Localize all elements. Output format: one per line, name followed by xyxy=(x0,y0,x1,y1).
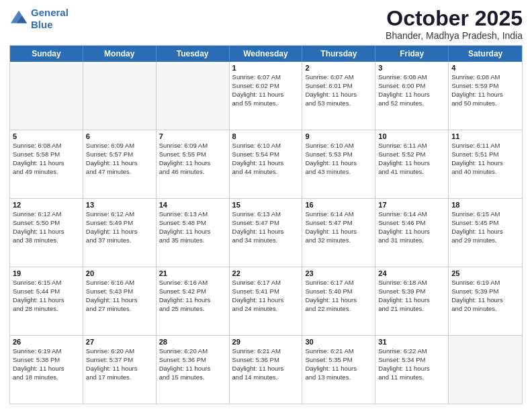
weekday-header: Wednesday xyxy=(230,46,303,62)
cell-line: Daylight: 11 hours xyxy=(232,159,300,168)
cell-line: and 17 minutes. xyxy=(86,373,153,382)
logo-line1: General xyxy=(31,7,69,18)
cell-line: Sunrise: 6:17 AM xyxy=(305,279,372,287)
cell-line: Sunset: 5:53 PM xyxy=(305,150,372,159)
day-number: 8 xyxy=(232,132,300,140)
cell-line: and 46 minutes. xyxy=(159,168,226,177)
cell-line: and 55 minutes. xyxy=(232,99,300,108)
day-number: 25 xyxy=(451,269,519,277)
cell-line: and 53 minutes. xyxy=(305,99,372,108)
cell-line: Sunrise: 6:19 AM xyxy=(13,347,80,356)
cell-line: and 24 minutes. xyxy=(232,305,300,314)
cell-line: Sunrise: 6:08 AM xyxy=(13,142,80,150)
cell-line: Daylight: 11 hours xyxy=(232,91,300,99)
calendar-cell: 29Sunrise: 6:21 AMSunset: 5:36 PMDayligh… xyxy=(230,336,303,404)
header: General Blue October 2025 Bhander, Madhy… xyxy=(9,7,523,41)
cell-line: Daylight: 11 hours xyxy=(13,296,80,305)
cell-line: Sunrise: 6:19 AM xyxy=(451,279,519,287)
day-number: 12 xyxy=(13,201,80,209)
cell-line: Sunset: 5:39 PM xyxy=(378,287,445,296)
calendar-cell: 8Sunrise: 6:10 AMSunset: 5:54 PMDaylight… xyxy=(230,130,303,198)
cell-line: Sunrise: 6:14 AM xyxy=(378,210,445,219)
cell-line: Daylight: 11 hours xyxy=(378,365,445,373)
day-number: 9 xyxy=(305,132,372,140)
day-number: 15 xyxy=(232,201,300,209)
calendar-cell: 13Sunrise: 6:12 AMSunset: 5:49 PMDayligh… xyxy=(83,199,157,267)
cell-line: Daylight: 11 hours xyxy=(86,296,153,305)
calendar-cell: 28Sunrise: 6:20 AMSunset: 5:36 PMDayligh… xyxy=(157,336,230,404)
cell-line: and 49 minutes. xyxy=(13,168,80,177)
cell-line: and 31 minutes. xyxy=(378,236,445,245)
cell-line: Daylight: 11 hours xyxy=(451,91,519,99)
cell-line: and 14 minutes. xyxy=(232,373,300,382)
calendar-cell: 4Sunrise: 6:08 AMSunset: 5:59 PMDaylight… xyxy=(449,62,522,130)
cell-line: and 22 minutes. xyxy=(305,305,372,314)
cell-line: Sunrise: 6:11 AM xyxy=(378,142,445,150)
cell-line: Sunset: 5:59 PM xyxy=(451,82,519,91)
calendar-cell xyxy=(449,336,522,404)
day-number: 16 xyxy=(305,201,372,209)
cell-line: Sunset: 5:36 PM xyxy=(232,356,300,365)
calendar-cell: 18Sunrise: 6:15 AMSunset: 5:45 PMDayligh… xyxy=(449,199,522,267)
cell-line: Daylight: 11 hours xyxy=(378,228,445,236)
cell-line: and 37 minutes. xyxy=(86,236,153,245)
cell-line: Sunrise: 6:16 AM xyxy=(159,279,226,287)
cell-line: Daylight: 11 hours xyxy=(159,365,226,373)
cell-line: and 41 minutes. xyxy=(378,168,445,177)
logo-text: General Blue xyxy=(31,7,69,31)
cell-line: Daylight: 11 hours xyxy=(305,296,372,305)
cell-line: Sunrise: 6:21 AM xyxy=(305,347,372,356)
day-number: 27 xyxy=(86,338,153,346)
cell-line: Daylight: 11 hours xyxy=(451,296,519,305)
cell-line: Sunrise: 6:14 AM xyxy=(305,210,372,219)
cell-line: Sunset: 5:44 PM xyxy=(13,287,80,296)
calendar-cell: 22Sunrise: 6:17 AMSunset: 5:41 PMDayligh… xyxy=(230,267,303,335)
cell-line: Daylight: 11 hours xyxy=(13,159,80,168)
subtitle: Bhander, Madhya Pradesh, India xyxy=(386,30,523,41)
cell-line: Sunrise: 6:18 AM xyxy=(378,279,445,287)
cell-line: Sunrise: 6:11 AM xyxy=(451,142,519,150)
day-number: 30 xyxy=(305,338,372,346)
cell-line: Daylight: 11 hours xyxy=(378,296,445,305)
cell-line: Sunset: 5:58 PM xyxy=(13,150,80,159)
calendar-row: 1Sunrise: 6:07 AMSunset: 6:02 PMDaylight… xyxy=(10,62,522,130)
logo: General Blue xyxy=(9,7,69,31)
calendar-cell xyxy=(157,62,230,130)
cell-line: and 40 minutes. xyxy=(451,168,519,177)
cell-line: Sunrise: 6:07 AM xyxy=(305,73,372,82)
day-number: 4 xyxy=(451,64,519,72)
cell-line: Sunset: 5:49 PM xyxy=(86,219,153,228)
cell-line: Daylight: 11 hours xyxy=(86,159,153,168)
cell-line: Sunrise: 6:22 AM xyxy=(378,347,445,356)
cell-line: Daylight: 11 hours xyxy=(305,228,372,236)
cell-line: Sunrise: 6:15 AM xyxy=(451,210,519,219)
cell-line: Daylight: 11 hours xyxy=(451,159,519,168)
cell-line: and 47 minutes. xyxy=(86,168,153,177)
calendar-cell: 31Sunrise: 6:22 AMSunset: 5:34 PMDayligh… xyxy=(375,336,449,404)
cell-line: and 52 minutes. xyxy=(378,99,445,108)
calendar-cell: 3Sunrise: 6:08 AMSunset: 6:00 PMDaylight… xyxy=(375,62,449,130)
cell-line: Sunset: 5:35 PM xyxy=(305,356,372,365)
calendar: SundayMondayTuesdayWednesdayThursdayFrid… xyxy=(9,45,523,404)
calendar-row: 5Sunrise: 6:08 AMSunset: 5:58 PMDaylight… xyxy=(10,130,522,199)
day-number: 6 xyxy=(86,132,153,140)
cell-line: Daylight: 11 hours xyxy=(232,365,300,373)
calendar-cell: 14Sunrise: 6:13 AMSunset: 5:48 PMDayligh… xyxy=(157,199,230,267)
calendar-cell: 24Sunrise: 6:18 AMSunset: 5:39 PMDayligh… xyxy=(375,267,449,335)
cell-line: Sunrise: 6:09 AM xyxy=(86,142,153,150)
calendar-cell: 15Sunrise: 6:13 AMSunset: 5:47 PMDayligh… xyxy=(230,199,303,267)
day-number: 23 xyxy=(305,269,372,277)
cell-line: Sunrise: 6:07 AM xyxy=(232,73,300,82)
calendar-body: 1Sunrise: 6:07 AMSunset: 6:02 PMDaylight… xyxy=(10,62,522,404)
cell-line: Daylight: 11 hours xyxy=(378,159,445,168)
cell-line: Sunset: 5:40 PM xyxy=(305,287,372,296)
cell-line: Sunset: 5:37 PM xyxy=(86,356,153,365)
cell-line: Sunrise: 6:20 AM xyxy=(86,347,153,356)
page: General Blue October 2025 Bhander, Madhy… xyxy=(0,0,532,411)
weekday-header: Sunday xyxy=(10,46,83,62)
cell-line: Daylight: 11 hours xyxy=(13,228,80,236)
day-number: 13 xyxy=(86,201,153,209)
cell-line: Daylight: 11 hours xyxy=(451,228,519,236)
cell-line: Sunset: 5:43 PM xyxy=(86,287,153,296)
day-number: 11 xyxy=(451,132,519,140)
